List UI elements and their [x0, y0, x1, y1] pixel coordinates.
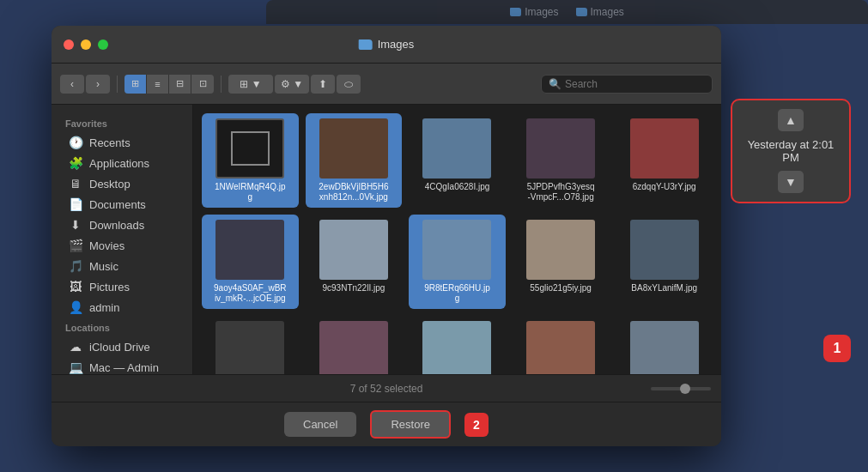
file-item[interactable]: CCLHwJwtEOI.jpg [202, 316, 299, 374]
file-item[interactable]: 9R8tERq66HU.jpg [409, 215, 506, 309]
applications-icon: 🧩 [69, 156, 82, 170]
selection-count: 7 of 52 selected [350, 383, 423, 395]
file-thumbnail [215, 220, 284, 280]
mac-admin-icon: 💻 [69, 360, 82, 374]
grid-view-button[interactable]: ⊞ [124, 75, 147, 94]
bg-images-label-1: Images [525, 6, 558, 18]
tags-button[interactable]: ⬭ [337, 75, 361, 94]
file-thumbnail [215, 118, 284, 179]
forward-button[interactable]: › [86, 75, 110, 94]
file-name: 55glio21g5iy.jpg [530, 283, 592, 293]
sidebar-item-documents-label: Documents [89, 198, 146, 211]
file-thumbnail [319, 118, 388, 179]
music-icon: 🎵 [69, 259, 82, 273]
close-button[interactable] [64, 39, 74, 50]
view-options-button[interactable]: ⊞ ▼ [228, 75, 273, 94]
sidebar-item-documents[interactable]: 📄 Documents [55, 194, 189, 215]
back-button[interactable]: ‹ [60, 75, 84, 94]
column-view-button[interactable]: ⊟ [169, 75, 191, 94]
sidebar-item-admin[interactable]: 👤 admin [55, 297, 189, 318]
separator2 [221, 76, 222, 93]
sidebar-item-admin-label: admin [89, 301, 119, 314]
search-bar[interactable]: 🔍 [541, 75, 713, 94]
file-item[interactable]: 9aoy4aS0AF_wBRiv_mkR-...jcOE.jpg [202, 215, 299, 309]
view-mode-group: ⊞ ≡ ⊟ ⊡ [124, 75, 214, 94]
date-text: Yesterday at 2:01 PM [739, 138, 842, 164]
file-thumbnail [526, 220, 595, 280]
pictures-icon: 🖼 [69, 280, 82, 293]
file-name: 6zdqqY-U3rY.jpg [633, 182, 696, 192]
icloud-icon: ☁ [69, 340, 82, 354]
share-button[interactable]: ⬆ [311, 75, 335, 94]
downloads-icon: ⬇ [69, 218, 82, 232]
sidebar-item-mac-admin[interactable]: 💻 Mac — Admin [55, 357, 189, 374]
cancel-button[interactable]: Cancel [284, 412, 356, 437]
file-item[interactable]: f4x-5tjpP8CKnnXVm7lwF...f9TdI.jpg [513, 316, 610, 374]
file-thumbnail [630, 220, 699, 280]
date-up-button[interactable]: ▲ [778, 109, 804, 131]
gallery-view-button[interactable]: ⊡ [191, 75, 214, 94]
date-down-button[interactable]: ▼ [778, 171, 804, 193]
restore-button[interactable]: Restore [370, 410, 451, 439]
file-item[interactable]: 9c93NTn22lI.jpg [306, 215, 403, 309]
sidebar-item-desktop-label: Desktop [89, 178, 131, 191]
list-view-button[interactable]: ≡ [147, 75, 169, 94]
file-item[interactable]: CV2AQR9MSXMsvWa1QJ...IDck.jpg [306, 316, 403, 374]
recents-icon: 🕐 [69, 136, 82, 149]
file-item[interactable]: 6zdqqY-U3rY.jpg [616, 113, 713, 208]
file-name: 9c93NTn22lI.jpg [322, 283, 385, 293]
folder-icon [359, 39, 373, 50]
file-name: 5JPDPvfhG3yesq-VmpcF...O78.jpg [527, 182, 595, 203]
search-input[interactable] [565, 78, 705, 90]
status-bar: 7 of 52 selected [52, 374, 721, 402]
file-item[interactable]: 2ewDBkVjIBH5H6xnh812n...0Vk.jpg [306, 113, 403, 208]
file-name: 1NWeIRMqR4Q.jpg [215, 182, 286, 203]
zoom-slider[interactable] [651, 387, 711, 390]
separator [117, 76, 118, 93]
file-item[interactable]: FI9jLa_pskJYRNOFSKsW4-...-Bo.jpg [616, 316, 713, 374]
sidebar-item-recents-label: Recents [89, 136, 131, 149]
finder-window: Images ‹ › ⊞ ≡ ⊟ ⊡ ⊞ ▼ ⚙ ▼ ⬆ ⬭ 🔍 [52, 26, 721, 446]
title-text: Images [378, 38, 415, 51]
sidebar-item-movies-label: Movies [89, 239, 124, 252]
sidebar-item-music[interactable]: 🎵 Music [55, 256, 189, 276]
sidebar: Favorites 🕐 Recents 🧩 Applications 🖥 Des… [52, 105, 193, 374]
admin-icon: 👤 [69, 300, 82, 314]
sidebar-item-movies[interactable]: 🎬 Movies [55, 235, 189, 256]
minimize-button[interactable] [81, 39, 91, 50]
sidebar-item-icloud[interactable]: ☁ iCloud Drive [55, 336, 189, 357]
file-item[interactable]: 4CQgIa0628I.jpg [409, 113, 506, 208]
sidebar-item-pictures[interactable]: 🖼 Pictures [55, 276, 189, 297]
file-item[interactable]: 55glio21g5iy.jpg [513, 215, 610, 309]
badge-2: 2 [464, 413, 489, 437]
file-item[interactable]: EYAcpC_4Bk6ZbilnMK_3-...BL00.jpg [409, 316, 506, 374]
sidebar-item-applications[interactable]: 🧩 Applications [55, 153, 189, 173]
content-area: Favorites 🕐 Recents 🧩 Applications 🖥 Des… [52, 105, 721, 374]
file-thumbnail [526, 321, 595, 374]
slider-thumb[interactable] [680, 384, 690, 394]
file-thumbnail [422, 118, 491, 179]
date-popup: ▲ Yesterday at 2:01 PM ▼ [731, 99, 851, 203]
sidebar-item-desktop[interactable]: 🖥 Desktop [55, 173, 189, 194]
file-item[interactable]: BA8xYLanifM.jpg [616, 215, 713, 309]
maximize-button[interactable] [98, 39, 108, 50]
search-icon: 🔍 [549, 78, 561, 90]
window-title: Images [359, 38, 415, 51]
file-thumbnail [630, 118, 699, 179]
file-thumbnail [422, 220, 491, 280]
nav-group: ‹ › [60, 75, 110, 94]
title-bar: Images [52, 26, 721, 64]
sidebar-item-downloads-label: Downloads [89, 219, 144, 232]
desktop-icon: 🖥 [69, 177, 82, 191]
sidebar-item-downloads[interactable]: ⬇ Downloads [55, 215, 189, 235]
gear-button[interactable]: ⚙ ▼ [275, 75, 309, 94]
file-item[interactable]: 5JPDPvfhG3yesq-VmpcF...O78.jpg [513, 113, 610, 208]
slider-track [651, 387, 711, 390]
sidebar-item-icloud-label: iCloud Drive [89, 341, 150, 354]
locations-label: Locations [52, 318, 192, 336]
file-item[interactable]: 1NWeIRMqR4Q.jpg [202, 113, 299, 208]
file-thumbnail [319, 220, 388, 280]
sidebar-item-recents[interactable]: 🕐 Recents [55, 132, 189, 153]
bottom-bar: Cancel Restore 2 [52, 402, 721, 446]
favorites-label: Favorites [52, 113, 192, 132]
